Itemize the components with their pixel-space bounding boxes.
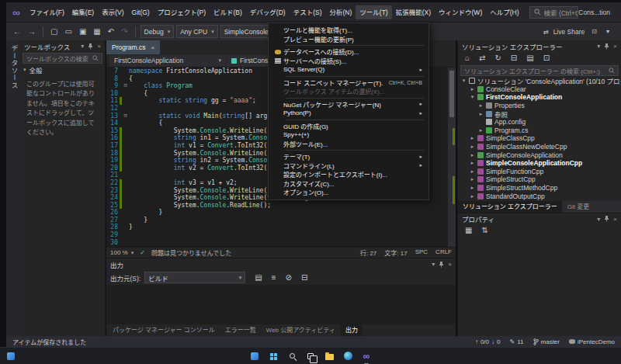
widgets-icon[interactable]: [250, 352, 259, 361]
save-all-icon[interactable]: ▦: [91, 26, 102, 37]
expand-arrow-icon[interactable]: ▸: [470, 144, 475, 150]
tools-menu-item-19[interactable]: 設定のインポートとエクスポート(I)...: [269, 170, 428, 179]
output-tab-2[interactable]: Web 公開アクティビティ: [262, 324, 340, 336]
tools-menu-item-20[interactable]: カスタマイズ(C)...: [269, 179, 428, 189]
menubar-item-8[interactable]: 分析(N): [326, 5, 356, 19]
output-content[interactable]: [107, 285, 455, 324]
word-wrap-icon[interactable]: ≡: [269, 272, 279, 283]
solution-explorer-item-1[interactable]: ▸ConsoleClear: [458, 85, 621, 94]
search-icon[interactable]: [287, 352, 297, 361]
right-panel-tab-1[interactable]: Git 変更: [563, 201, 594, 213]
expand-arrow-icon[interactable]: ▸: [478, 102, 484, 109]
solution-explorer-item-3[interactable]: ▸Properties: [458, 102, 621, 110]
feedback-icon[interactable]: ⊡: [589, 27, 599, 36]
tools-menu-item-14[interactable]: Spy++(+): [269, 130, 428, 140]
menubar-item-12[interactable]: ヘルプ(H): [486, 5, 522, 19]
solution-explorer-item-0[interactable]: ▾ソリューション 'ConsoleApplication' (10/10 プロジ…: [458, 77, 621, 85]
solution-explorer-item-8[interactable]: ▸SimpleClassNewDeleteCpp: [458, 143, 621, 151]
code-line-29[interactable]: 29: [106, 231, 456, 239]
forward-icon[interactable]: →: [26, 26, 38, 37]
expand-arrow-icon[interactable]: ▸: [470, 86, 475, 92]
space-indicator[interactable]: SPC: [415, 248, 428, 257]
edge-icon[interactable]: [343, 352, 352, 361]
redo-icon[interactable]: ↷: [119, 26, 130, 37]
code-line-30[interactable]: 30: [106, 239, 456, 247]
tools-menu-item-11[interactable]: Python(P)▸: [269, 109, 428, 118]
expand-arrow-icon[interactable]: ▸: [470, 168, 475, 175]
taskview-icon[interactable]: [306, 352, 315, 361]
close-icon[interactable]: ×: [613, 43, 617, 50]
solution-explorer-item-13[interactable]: ▸SimpleStructMethodCpp: [458, 184, 621, 192]
collapse-icon[interactable]: ⊟: [299, 272, 310, 283]
open-file-icon[interactable]: ▭: [62, 26, 74, 37]
expand-arrow-icon[interactable]: ▸: [470, 193, 475, 199]
expand-arrow-icon[interactable]: ▾: [470, 94, 475, 100]
menubar-item-7[interactable]: テスト(S): [290, 5, 326, 19]
eol-indicator[interactable]: CRLF: [435, 248, 452, 257]
expand-arrow-icon[interactable]: ▸: [470, 185, 475, 191]
undo-icon[interactable]: ↶: [106, 26, 116, 37]
chevron-down-icon[interactable]: ▾: [597, 43, 600, 50]
tab-data-sources[interactable]: データソース: [9, 45, 19, 89]
collapse-all-icon[interactable]: ⊟: [508, 53, 519, 64]
categorized-icon[interactable]: ▦: [463, 225, 474, 236]
pin-icon[interactable]: [604, 43, 609, 50]
chevron-down-icon[interactable]: ▾: [604, 27, 612, 36]
solution-explorer-item-14[interactable]: ▸StandardOutputCpp: [458, 192, 621, 200]
close-icon[interactable]: ×: [448, 261, 452, 268]
solution-explorer-item-6[interactable]: ▸Program.cs: [458, 127, 621, 135]
refresh-icon[interactable]: ↻: [492, 53, 503, 64]
solution-explorer-item-2[interactable]: ▾FirstConsoleApplication: [458, 93, 621, 102]
code-line-25[interactable]: 25 System.Console.ReadLine();: [106, 202, 456, 210]
output-tab-0[interactable]: パッケージ マネージャー コンソール: [108, 324, 220, 336]
menubar-item-4[interactable]: プロジェクト(P): [154, 5, 210, 19]
expand-arrow-icon[interactable]: ▾: [461, 78, 467, 84]
tools-menu-item-10[interactable]: NuGet パッケージ マネージャー(N)▸: [269, 100, 428, 109]
output-tab-1[interactable]: エラー一覧: [220, 324, 261, 336]
tools-menu-item-1[interactable]: プレビュー機能の更新(P): [269, 35, 428, 44]
tools-menu-item-17[interactable]: テーマ(T)▸: [269, 152, 428, 161]
code-line-28[interactable]: 28}: [106, 224, 456, 231]
fold-icon[interactable]: ⊟: [122, 82, 129, 90]
quick-search-box[interactable]: 検索 (Ctrl+Q): [529, 6, 579, 19]
widgets-icon[interactable]: [6, 352, 16, 361]
breadcrumb-project-dropdown[interactable]: FirstConsoleApplication ▾: [109, 55, 226, 67]
solution-explorer-item-11[interactable]: ▸SimpleFunctionCpp: [458, 168, 621, 176]
explorer-icon[interactable]: [324, 352, 334, 361]
output-tab-3[interactable]: 出力: [341, 324, 363, 336]
menubar-item-2[interactable]: 表示(V): [98, 5, 127, 19]
chevron-down-icon[interactable]: ▾: [597, 216, 600, 223]
platform-combo[interactable]: Any CPU▾: [176, 25, 217, 38]
start-icon[interactable]: [269, 352, 278, 361]
tools-menu-item-5[interactable]: SQL Server(Q)▸: [269, 65, 428, 75]
live-share-button[interactable]: Live Share: [553, 28, 585, 36]
tab-program-cs[interactable]: Program.cs ×: [106, 40, 160, 54]
close-icon[interactable]: ×: [151, 44, 154, 51]
menubar-item-5[interactable]: ビルド(B): [210, 5, 246, 19]
clear-all-icon[interactable]: ⊘: [283, 272, 294, 283]
close-icon[interactable]: ×: [613, 216, 617, 223]
tools-menu-item-13[interactable]: GUID の作成(G): [269, 122, 428, 131]
tools-menu-item-15[interactable]: 外部ツール(E)...: [269, 140, 428, 149]
show-all-files-icon[interactable]: ▤: [524, 53, 536, 64]
git-edits-status[interactable]: ✎ 11: [510, 338, 524, 345]
expand-arrow-icon[interactable]: ▸: [478, 127, 484, 133]
tools-menu-item-4[interactable]: サーバーへの接続(S)...: [269, 57, 428, 66]
menubar-item-10[interactable]: 拡張機能(X): [392, 5, 435, 19]
menubar-item-6[interactable]: デバッグ(D): [246, 5, 290, 19]
solution-explorer-item-4[interactable]: ▸参照: [458, 109, 621, 118]
toolbox-search-input[interactable]: ツールボックスの検索: [23, 53, 102, 64]
git-sync-status[interactable]: ↑ 0/0 ↓ 0: [475, 338, 501, 345]
git-repo-status[interactable]: iPentecDemo: [569, 338, 615, 345]
alphabetical-icon[interactable]: ⇅: [479, 225, 490, 236]
tools-menu-item-21[interactable]: オプション(O)...: [269, 188, 428, 197]
pin-icon[interactable]: [439, 262, 444, 268]
code-line-27[interactable]: 27 }: [106, 217, 456, 224]
solution-explorer-item-7[interactable]: ▸SimpleClassCpp: [458, 134, 621, 143]
zoom-combo[interactable]: 100 % ▾: [110, 249, 134, 256]
editor-scrollbar[interactable]: [448, 68, 456, 247]
output-source-combo[interactable]: ビルド ▾: [144, 272, 245, 283]
solution-explorer-item-12[interactable]: ▸SimpleStructCpp: [458, 175, 621, 184]
visual-studio-icon[interactable]: ∞: [362, 352, 371, 361]
output-list-icon[interactable]: ▤: [252, 272, 264, 283]
